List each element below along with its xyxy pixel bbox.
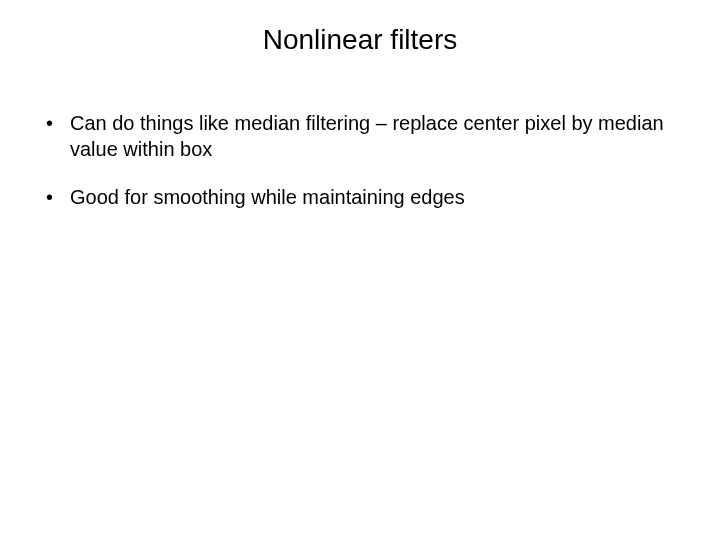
- bullet-item: Good for smoothing while maintaining edg…: [40, 184, 680, 210]
- slide-body: Can do things like median filtering – re…: [40, 110, 680, 232]
- slide: Nonlinear filters Can do things like med…: [0, 0, 720, 540]
- bullet-list: Can do things like median filtering – re…: [40, 110, 680, 210]
- slide-title: Nonlinear filters: [0, 24, 720, 56]
- bullet-item: Can do things like median filtering – re…: [40, 110, 680, 162]
